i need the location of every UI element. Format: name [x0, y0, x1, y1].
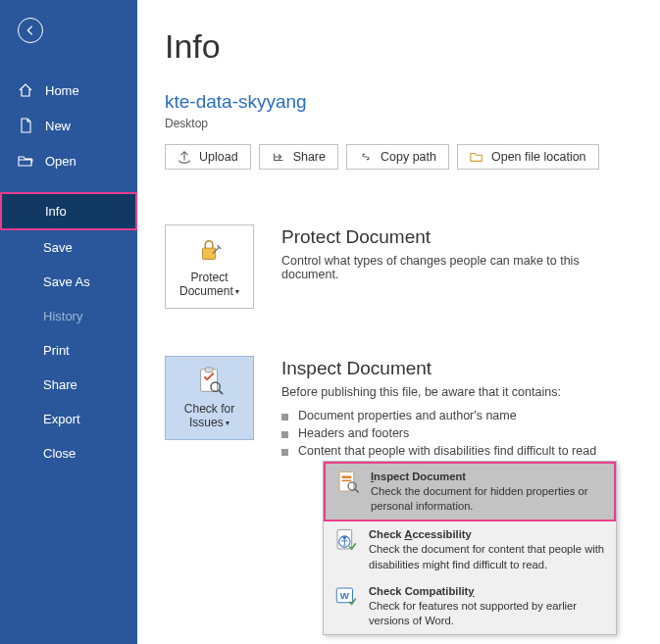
- upload-button[interactable]: Upload: [165, 144, 251, 170]
- protect-title: Protect Document: [281, 226, 629, 248]
- inspect-title: Inspect Document: [281, 358, 629, 379]
- big-button-label: Protect Document ▾: [166, 271, 253, 299]
- share-icon: [272, 150, 285, 164]
- nav-label: Open: [45, 154, 76, 169]
- nav-label: Print: [43, 343, 70, 358]
- upload-icon: [178, 150, 191, 164]
- big-button-label: Check for Issues ▾: [166, 402, 253, 430]
- folder-icon: [470, 150, 483, 164]
- nav-home[interactable]: Home: [0, 73, 137, 108]
- inspect-section: Check for Issues ▾ Inspect Document Befo…: [165, 356, 629, 460]
- nav-label: Home: [45, 83, 79, 98]
- nav-save[interactable]: Save: [0, 230, 137, 265]
- action-label: Share: [293, 150, 326, 164]
- dropdown-inspect-document[interactable]: Inspect Document Check the document for …: [324, 462, 616, 521]
- dropdown-item-desc: Check for features not supported by earl…: [369, 599, 606, 628]
- nav-close[interactable]: Close: [0, 436, 137, 471]
- backstage-sidebar: Home New Open Info Save Save As History …: [0, 0, 137, 644]
- svg-rect-5: [342, 476, 352, 478]
- nav-label: New: [45, 119, 71, 133]
- inspect-icon: [195, 367, 225, 396]
- nav-label: Save As: [43, 274, 90, 289]
- open-location-button[interactable]: Open file location: [457, 144, 599, 170]
- nav-label: Info: [45, 204, 67, 219]
- action-label: Copy path: [381, 150, 436, 164]
- copy-path-button[interactable]: Copy path: [346, 144, 449, 170]
- protect-section: Protect Document ▾ Protect Document Cont…: [165, 224, 629, 309]
- nav-label: History: [43, 309, 82, 323]
- document-name-link[interactable]: kte-data-skyyang: [165, 91, 629, 113]
- action-row: Upload Share Copy path Open file locatio…: [165, 144, 629, 170]
- svg-point-10: [343, 536, 346, 539]
- back-button[interactable]: [18, 18, 43, 43]
- home-icon: [18, 82, 33, 98]
- list-item: Headers and footers: [281, 424, 629, 442]
- inspect-desc: Before publishing this file, be aware th…: [281, 385, 629, 399]
- dropdown-item-desc: Check the document for content that peop…: [369, 542, 606, 571]
- page-title: Info: [165, 27, 629, 66]
- svg-rect-6: [342, 480, 352, 482]
- dropdown-check-compatibility[interactable]: W Check Compatibility Check for features…: [324, 578, 616, 634]
- protect-document-button[interactable]: Protect Document ▾: [165, 224, 254, 309]
- dropdown-item-title: Check Compatibility: [369, 584, 606, 599]
- dropdown-item-title: Check Accessibility: [369, 527, 606, 542]
- inspect-bullets: Document properties and author's name He…: [281, 407, 629, 460]
- nav-label: Export: [43, 412, 80, 426]
- protect-desc: Control what types of changes people can…: [281, 254, 629, 281]
- list-item: Content that people with disabilities fi…: [281, 442, 629, 460]
- nav-label: Save: [43, 240, 73, 255]
- link-icon: [359, 150, 373, 164]
- check-for-issues-button[interactable]: Check for Issues ▾: [165, 356, 254, 440]
- nav-share[interactable]: Share: [0, 368, 137, 402]
- nav-print[interactable]: Print: [0, 333, 137, 368]
- nav-label: Close: [43, 446, 76, 461]
- list-item: Document properties and author's name: [281, 407, 629, 424]
- nav-info[interactable]: Info: [0, 192, 137, 230]
- word-compat-icon: W: [333, 584, 359, 610]
- nav-history[interactable]: History: [0, 299, 137, 333]
- document-search-icon: [335, 470, 361, 495]
- lock-icon: [195, 235, 225, 265]
- document-location: Desktop: [165, 117, 629, 130]
- new-document-icon: [18, 118, 33, 133]
- action-label: Upload: [199, 150, 238, 164]
- main-panel: Info kte-data-skyyang Desktop Upload Sha…: [137, 0, 660, 644]
- nav-open[interactable]: Open: [0, 143, 137, 178]
- svg-rect-2: [205, 368, 213, 372]
- back-arrow-icon: [24, 24, 37, 37]
- check-issues-dropdown: Inspect Document Check the document for …: [323, 461, 617, 635]
- nav-label: Share: [43, 377, 77, 392]
- dropdown-item-desc: Check the document for hidden properties…: [371, 484, 604, 514]
- nav-save-as[interactable]: Save As: [0, 265, 137, 299]
- share-button[interactable]: Share: [259, 144, 338, 170]
- dropdown-check-accessibility[interactable]: Check Accessibility Check the document f…: [324, 521, 616, 577]
- dropdown-item-title: Inspect Document: [371, 470, 604, 484]
- open-folder-icon: [18, 153, 33, 169]
- accessibility-icon: [333, 527, 359, 553]
- nav-export[interactable]: Export: [0, 402, 137, 436]
- action-label: Open file location: [491, 150, 586, 164]
- svg-text:W: W: [340, 589, 350, 600]
- nav-new[interactable]: New: [0, 108, 137, 143]
- svg-rect-1: [200, 369, 217, 391]
